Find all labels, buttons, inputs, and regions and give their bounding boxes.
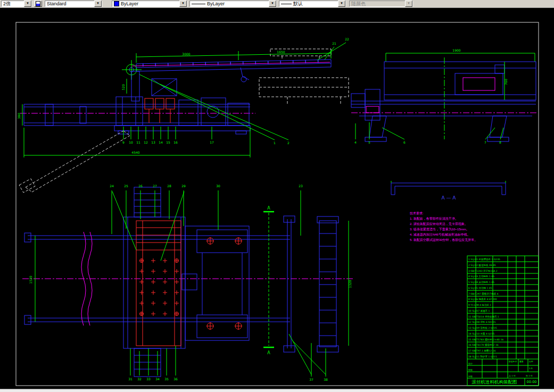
linetype-control-combo[interactable]: ByLayer ▼ [189, 1, 277, 7]
drawing-label: 14 [159, 140, 163, 144]
drawing-label: 30 [216, 184, 220, 188]
drawing-label: 18 SLJ-11 防护罩 1 Q215 [468, 355, 497, 358]
drawing-label: 25 [124, 184, 128, 188]
drawing-label: 13 SLJ-09 导料板 2 Q235 [468, 327, 497, 329]
drawing-label: 520 [121, 84, 125, 90]
drawing-label: 22 [345, 37, 349, 41]
drawing-label: 1 SLJ-01 机架焊合件 1 Q235 [468, 257, 500, 261]
drawing-canvas[interactable]: 3000165021224540380520910111213141516171… [0, 0, 554, 392]
drawing-label: 12 SLJ-08 滚轮 6 GCr15 [468, 321, 496, 323]
drawing-label: 重量 [519, 360, 524, 363]
drawing-label: 共 1 张 [509, 374, 516, 377]
drawing-label: 17 [210, 140, 214, 144]
color-swatch [114, 1, 119, 6]
drawing-label: 27 [153, 184, 157, 188]
drawing-label: 5 [368, 140, 370, 144]
drawing-label: 35 [164, 377, 169, 381]
cad-properties-toolbar: 2倍 ▼ Standard ▼ ByLayer ▼ ByLayer ▼ 默认 ▼… [0, 0, 554, 8]
tech-notes-line: 5. 装配后空载试运转30分钟，各部位应无异常。 [410, 237, 532, 243]
chevron-down-icon[interactable]: ▼ [179, 1, 187, 7]
drawing-label: 15 [166, 140, 170, 144]
text-style-combo[interactable]: Standard ▼ [45, 1, 102, 7]
drawing-label: 37 [309, 378, 313, 381]
drawing-label: 21 [332, 41, 336, 45]
lineweight-preview [281, 4, 292, 4]
linetype-preview [192, 4, 205, 4]
drawing-label: 1520 [29, 276, 32, 283]
drawing-label: 14 SLJ-10 支腿 4 Q235 [468, 332, 494, 336]
drawing-label: 6 [403, 140, 406, 144]
chevron-down-icon[interactable]: ▼ [338, 1, 345, 7]
drawing-label: 5 SLJ-04 从动链轮 1 45 [468, 281, 494, 283]
drawing-label: 7 GB/T297 圆锥滚子轴承 4 [468, 292, 499, 295]
drawing-label: 8 [499, 140, 501, 144]
drawing-label: 12 [144, 140, 148, 144]
drawing-label: 4 [354, 140, 357, 144]
chevron-down-icon[interactable]: ▼ [269, 1, 276, 7]
dim-scale-value: 2倍 [3, 1, 11, 7]
drawing-label: 380 [17, 113, 21, 119]
drawing-label: 4540 [131, 151, 139, 154]
drawing-label: 24 [110, 184, 114, 188]
drawing-label: 1650 [277, 50, 285, 54]
drawing-label: 审核 [468, 375, 473, 378]
lineweight-value: 默认 [293, 1, 303, 7]
drawing-label: 阶段标记 [509, 360, 517, 363]
chevron-down-icon[interactable]: ▼ [94, 1, 102, 7]
drawing-label: 32 [137, 377, 142, 381]
drawing-label: 4 SLJ-03 主动链轮 1 45 [468, 275, 494, 278]
drawing-label: 1 [274, 141, 276, 145]
text-style-manager-button[interactable] [34, 1, 42, 7]
drawing-label: 设计 [468, 362, 473, 365]
tech-notes-line: 4. 减速器内加注N46号机械油至油标中线。 [410, 232, 532, 237]
text-style-icon [36, 1, 40, 6]
drawing-label: 比例 [529, 360, 533, 363]
drawing-label: 1320 [348, 280, 352, 288]
tech-notes-line: 2. 滚轮装配后应转动灵活，无卡滞现象。 [410, 221, 532, 227]
drawing-label: 760 [504, 79, 508, 85]
drawing-label: 23 [299, 184, 303, 188]
drawing-label: 10 [129, 140, 133, 144]
drawing-label: 滚丝机送料机构装配图 [472, 379, 517, 385]
tech-notes-line: 1. 装配前，各零部件应清洗干净。 [410, 216, 532, 221]
drawing-label: 7 [484, 140, 486, 144]
chevron-down-icon: ▼ [405, 1, 412, 7]
drawing-label: 6 SLJ-05 传动轴 1 45 [468, 287, 492, 289]
drawing-label: 16 [173, 140, 178, 144]
drawing-label: 29 [181, 184, 186, 188]
drawing-label: 11 GB/T5014 弹性联轴器 1 [468, 315, 499, 318]
drawing-label: 校核 [468, 369, 473, 371]
drawing-label: 11 [136, 140, 140, 144]
drawing-label: 33 [146, 377, 151, 381]
drawing-label: 31 [128, 377, 133, 381]
drawing-label: 36 [173, 377, 178, 381]
drawing-label: 00-00 [527, 380, 537, 384]
color-value: ByLayer [121, 1, 138, 6]
dim-scale-combo[interactable]: 2倍 ▼ [1, 1, 32, 7]
drawing-label: 3 GB/T1243 滚子链16A 2 [468, 270, 498, 272]
drawing-label: 9 Y112M-4 电动机 1 [468, 304, 491, 306]
linetype-value: ByLayer [207, 1, 225, 6]
drawing-label: 1:5 [529, 367, 533, 370]
tech-notes: 技术要求: 1. 装配前，各零部件应清洗干净。 2. 滚轮装配后应转动灵活，无卡… [410, 211, 532, 243]
drawing-label: 26 [138, 184, 143, 188]
drawing-label: 38 [324, 378, 328, 381]
text-style-value: Standard [47, 1, 67, 6]
plotstyle-value: 随颜色 [351, 1, 366, 7]
drawing-label: A [267, 351, 270, 355]
drawing-label: 13 [151, 140, 155, 144]
drawing-label: 3000 [182, 52, 190, 56]
drawing-label: 16 GB/T6170 螺母M12 16 [468, 343, 499, 346]
drawing-label: 17 GB/T97.1 垫圈12 16 [468, 349, 495, 352]
tech-notes-title: 技术要求: [410, 211, 532, 216]
drawing-label: 9 [122, 140, 125, 144]
color-control-combo[interactable]: ByLayer ▼ [112, 1, 187, 7]
drawing-label: A — A [441, 195, 456, 201]
drawing-label: 8 SLJ-06 轴承座 4 HT200 [468, 297, 497, 301]
chevron-down-icon[interactable]: ▼ [24, 1, 31, 7]
drawing-label: 15 GB/T5783 螺栓M12×40 16 [468, 338, 503, 341]
lineweight-control-combo[interactable]: 默认 ▼ [279, 1, 346, 7]
drawing-label: 28 [167, 184, 171, 188]
drawing-label: 第 1 张 [526, 374, 533, 377]
bottom-window-strip [0, 389, 554, 392]
